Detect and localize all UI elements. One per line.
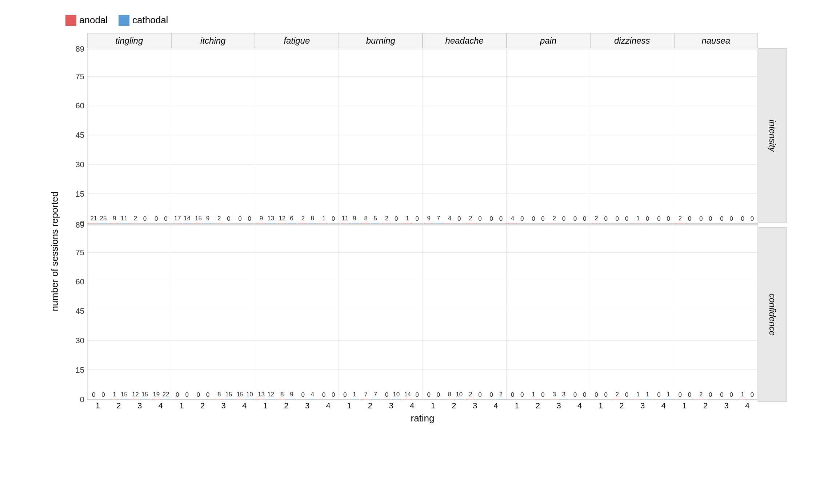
bar-anodal-headache-r2: 4 — [445, 223, 454, 223]
grid-line — [88, 193, 171, 194]
bar-anodal-dizziness-r3: 1 — [634, 223, 643, 223]
anodal-label: anodal — [79, 15, 108, 26]
bar-label-anodal-nausea-r3: 0 — [717, 215, 726, 223]
grid-line — [507, 252, 590, 253]
bar-group-tingling-r3: 1215 — [131, 399, 149, 399]
x-tick-fatigue-4: 4 — [318, 400, 339, 411]
bar-anodal-nausea-r2: 2 — [697, 399, 705, 399]
bar-group-fatigue-r1: 1312 — [257, 399, 275, 399]
bar-label-cathodal-burning-r4: 0 — [413, 215, 421, 223]
bar-cathodal-headache-r1: 7 — [434, 223, 443, 223]
grid-line — [674, 164, 757, 165]
cathodal-label: cathodal — [132, 15, 168, 26]
bar-group-nausea-r1: 20 — [676, 223, 694, 223]
bar-group-burning-r2: 85 — [361, 223, 380, 223]
bar-label-cathodal-headache-r3: 0 — [476, 391, 484, 399]
x-tick-tingling-2: 2 — [108, 400, 129, 411]
grid-line — [255, 311, 339, 311]
bar-cathodal-pain-r3: 3 — [559, 399, 568, 399]
bar-label-anodal-dizziness-r1: 2 — [592, 215, 601, 222]
bar-group-itching-r3: 815 — [215, 399, 233, 399]
bar-label-anodal-burning-r2: 8 — [361, 215, 370, 222]
bar-group-pain-r3: 33 — [550, 399, 568, 399]
bar-label-anodal-burning-r1: 11 — [341, 215, 349, 222]
grid-line — [339, 252, 422, 253]
bar-label-cathodal-tingling-r4: 0 — [161, 215, 170, 223]
grid-line — [88, 49, 171, 49]
bar-label-anodal-itching-r1: 0 — [173, 391, 182, 399]
x-tick-nausea-1: 1 — [674, 400, 695, 411]
bar-label-anodal-itching-r2: 0 — [194, 391, 203, 399]
bar-group-headache-r3: 20 — [466, 399, 484, 399]
bar-label-cathodal-dizziness-r4: 0 — [664, 215, 673, 223]
bar-label-anodal-burning-r1: 0 — [341, 391, 349, 399]
bar-label-cathodal-nausea-r1: 0 — [685, 215, 694, 223]
x-axis-title: rating — [87, 413, 758, 424]
facet-headers: tingling itching fatigue burning headach… — [87, 33, 758, 48]
bar-label-anodal-tingling-r1: 0 — [89, 391, 98, 399]
x-tick-dizziness-2: 2 — [611, 400, 632, 411]
grid-line — [674, 49, 757, 49]
bar-anodal-itching-r1: 17 — [173, 223, 182, 223]
facet-intensity-facets-burning: 119852010 — [339, 49, 423, 223]
intensity-facets: 2125911200017141592000913126281011985201… — [87, 49, 758, 224]
confidence-facets: 0011512151922000081515101312890400017701… — [87, 225, 758, 400]
bar-label-anodal-fatigue-r4: 1 — [319, 215, 328, 222]
bar-label-cathodal-dizziness-r1: 0 — [601, 215, 610, 223]
bar-label-anodal-dizziness-r1: 0 — [592, 391, 601, 399]
grid-line — [423, 76, 506, 77]
bar-label-anodal-burning-r4: 1 — [403, 215, 412, 222]
bar-cathodal-headache-r4: 2 — [496, 399, 505, 399]
facet-intensity-facets-pain: 40002000 — [507, 49, 590, 223]
facet-intensity-facets-itching: 17141592000 — [171, 49, 255, 223]
grid-line — [423, 369, 506, 370]
grid-line — [674, 106, 757, 106]
x-labels-dizziness: 1234 — [590, 400, 674, 411]
bar-anodal-headache-r3: 2 — [466, 223, 475, 223]
bar-label-cathodal-pain-r2: 0 — [539, 391, 547, 399]
bar-label-cathodal-itching-r4: 10 — [245, 391, 254, 398]
grid-line — [339, 282, 422, 282]
bar-anodal-fatigue-r4: 1 — [319, 223, 328, 223]
grid-line — [88, 311, 171, 311]
grid-line — [88, 225, 171, 225]
bar-label-anodal-tingling-r3: 2 — [131, 215, 140, 222]
grid-line — [255, 193, 339, 194]
bar-cathodal-burning-r1: 1 — [350, 399, 359, 399]
bar-label-anodal-burning-r3: 0 — [382, 391, 391, 399]
legend-cathodal: cathodal — [119, 15, 168, 26]
bar-label-anodal-fatigue-r4: 0 — [319, 391, 328, 399]
grid-line — [507, 369, 590, 370]
bar-label-cathodal-dizziness-r3: 0 — [643, 215, 652, 223]
x-tick-nausea-3: 3 — [716, 400, 737, 411]
bar-label-cathodal-tingling-r3: 15 — [140, 391, 149, 398]
x-labels: 12341234123412341234123412341234 — [87, 400, 758, 411]
bar-cathodal-burning-r2: 5 — [371, 223, 380, 223]
bar-label-anodal-dizziness-r4: 0 — [655, 215, 663, 223]
bar-group-dizziness-r3: 10 — [634, 223, 652, 223]
bar-label-cathodal-burning-r2: 7 — [371, 391, 380, 398]
grid-line — [423, 340, 506, 341]
grid-line — [255, 340, 339, 341]
bar-label-anodal-dizziness-r2: 2 — [613, 391, 621, 398]
bar-label-cathodal-burning-r1: 1 — [350, 391, 359, 398]
bar-label-anodal-pain-r1: 4 — [508, 215, 517, 222]
x-tick-burning-1: 1 — [339, 400, 360, 411]
bar-label-cathodal-nausea-r1: 0 — [685, 391, 694, 399]
facet-header-nausea: nausea — [674, 33, 758, 48]
x-tick-tingling-1: 1 — [87, 400, 108, 411]
bar-label-cathodal-nausea-r2: 0 — [706, 215, 715, 223]
bar-label-cathodal-tingling-r1: 25 — [99, 215, 108, 222]
grid-line — [339, 311, 422, 311]
grid-line — [423, 252, 506, 253]
bar-label-cathodal-nausea-r3: 0 — [727, 215, 736, 223]
bar-cathodal-headache-r2: 10 — [455, 399, 464, 399]
grid-line — [171, 282, 255, 282]
bar-label-anodal-tingling-r2: 1 — [110, 391, 119, 398]
bar-label-anodal-headache-r1: 0 — [424, 391, 433, 399]
bar-group-headache-r3: 20 — [466, 223, 484, 223]
grid-line — [171, 311, 255, 311]
panels-and-strip: tingling itching fatigue burning headach… — [65, 33, 787, 466]
bar-anodal-itching-r3: 2 — [215, 223, 224, 223]
grid-line — [423, 193, 506, 194]
